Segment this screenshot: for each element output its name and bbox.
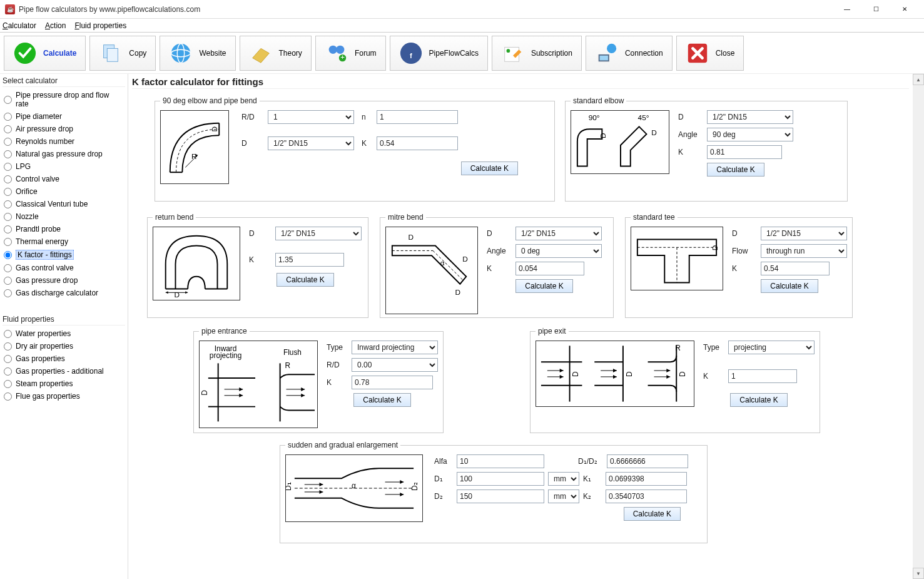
select-d-tee[interactable]: 1/2" DN15 <box>761 227 847 240</box>
svg-text:D: D <box>678 371 687 377</box>
calc-k-enlarge[interactable]: Calculate K <box>624 507 681 521</box>
input-k-entrance[interactable] <box>352 376 433 389</box>
sidebar-calc-item[interactable]: LPG <box>3 161 125 172</box>
input-d2[interactable] <box>457 489 544 503</box>
sidebar-calc-item[interactable]: Thermal energy <box>3 236 125 247</box>
select-d1-unit[interactable]: mm <box>548 472 579 486</box>
calc-k-entrance[interactable]: Calculate K <box>353 393 410 407</box>
calc-k-exit[interactable]: Calculate K <box>730 393 787 407</box>
menu-fluid-properties[interactable]: Fluid properties <box>74 21 126 30</box>
website-button[interactable]: Website <box>160 36 235 71</box>
theory-button[interactable]: Theory <box>240 36 312 71</box>
radio-input[interactable] <box>4 289 12 297</box>
sidebar-fluid-item[interactable]: Flue gas properties <box>3 391 125 402</box>
radio-input[interactable] <box>4 113 12 121</box>
sidebar-calc-item[interactable]: Pipe pressure drop and flow rate <box>3 90 125 110</box>
radio-input[interactable] <box>4 200 12 208</box>
menu-calculator[interactable]: Calculator <box>3 21 36 30</box>
sidebar-calc-item[interactable]: Air pressure drop <box>3 123 125 135</box>
input-k2[interactable] <box>606 489 687 503</box>
vertical-scrollbar[interactable]: ▲ ▼ <box>913 74 924 579</box>
radio-input[interactable] <box>4 238 12 246</box>
sidebar-calc-item[interactable]: Natural gas pressure drop <box>3 148 125 160</box>
input-k-exit[interactable] <box>728 369 797 383</box>
radio-input[interactable] <box>4 138 12 146</box>
radio-input[interactable] <box>4 264 12 272</box>
calc-k-mitre[interactable]: Calculate K <box>515 279 572 293</box>
input-d1d2[interactable] <box>607 454 688 468</box>
input-d1[interactable] <box>457 472 544 486</box>
select-flow-tee[interactable]: through run <box>761 244 847 258</box>
close-app-button[interactable]: Close <box>676 36 744 71</box>
calc-k-tee[interactable]: Calculate K <box>761 279 818 293</box>
input-k-elbow[interactable] <box>377 136 458 150</box>
scroll-track[interactable] <box>913 85 924 568</box>
select-d2-unit[interactable]: mm <box>548 489 579 503</box>
sidebar-calc-item[interactable]: Gas pressure drop <box>3 275 125 286</box>
radio-input[interactable] <box>4 342 12 351</box>
select-rd[interactable]: 1 <box>268 110 354 124</box>
radio-input[interactable] <box>4 150 12 158</box>
scroll-down-button[interactable]: ▼ <box>913 568 924 579</box>
sidebar-fluid-item[interactable]: Steam properties <box>3 378 125 389</box>
select-type-entrance[interactable]: Inward projecting <box>352 341 438 354</box>
radio-input[interactable] <box>4 163 12 171</box>
radio-input[interactable] <box>4 251 12 259</box>
radio-input[interactable] <box>4 96 12 104</box>
copy-button[interactable]: Copy <box>89 36 156 71</box>
scroll-up-button[interactable]: ▲ <box>913 74 924 85</box>
input-k-return[interactable] <box>275 253 344 267</box>
radio-input[interactable] <box>4 380 12 388</box>
pipeflowcalcs-button[interactable]: f PipeFlowCalcs <box>390 36 488 71</box>
radio-input[interactable] <box>4 277 12 285</box>
radio-input[interactable] <box>4 355 12 363</box>
calc-k-elbow[interactable]: Calculate K <box>461 161 518 175</box>
sidebar-calc-item[interactable]: Orifice <box>3 186 125 197</box>
menu-action[interactable]: Action <box>45 21 66 30</box>
minimize-button[interactable]: — <box>833 0 861 19</box>
sidebar-calc-item[interactable]: K factor - fittings <box>3 249 125 261</box>
input-k1[interactable] <box>606 472 687 486</box>
select-rd-entrance[interactable]: 0.00 <box>352 358 438 372</box>
maximize-button[interactable]: ☐ <box>861 0 890 19</box>
radio-input[interactable] <box>4 125 12 133</box>
select-d-return[interactable]: 1/2" DN15 <box>275 227 362 240</box>
sidebar-calc-item[interactable]: Pipe diameter <box>3 111 125 122</box>
sidebar-fluid-item[interactable]: Gas properties - additional <box>3 366 125 377</box>
sidebar-fluid-item[interactable]: Water properties <box>3 328 125 339</box>
radio-input[interactable] <box>4 225 12 233</box>
radio-input[interactable] <box>4 188 12 196</box>
input-k-mitre[interactable] <box>515 262 584 275</box>
calc-k-return[interactable]: Calculate K <box>277 273 333 287</box>
subscription-button[interactable]: Subscription <box>492 36 582 71</box>
calculate-button[interactable]: Calculate <box>4 36 86 71</box>
calc-k-stdelbow[interactable]: Calculate K <box>707 163 764 177</box>
sidebar-calc-item[interactable]: Prandtl probe <box>3 223 125 235</box>
radio-input[interactable] <box>4 330 12 338</box>
connection-button[interactable]: Connection <box>586 36 673 71</box>
select-angle-mitre[interactable]: 0 deg <box>515 244 602 258</box>
select-d-mitre[interactable]: 1/2" DN15 <box>515 227 602 240</box>
radio-input[interactable] <box>4 367 12 376</box>
forum-button[interactable]: + Forum <box>315 36 386 71</box>
sidebar-calc-item[interactable]: Classical Venturi tube <box>3 198 125 210</box>
input-k-stdelbow[interactable] <box>707 145 782 159</box>
sidebar-fluid-item[interactable]: Gas properties <box>3 353 125 364</box>
sidebar-calc-item[interactable]: Nozzle <box>3 211 125 222</box>
input-n[interactable] <box>377 110 458 124</box>
input-alfa[interactable] <box>457 454 544 468</box>
sidebar-fluid-item[interactable]: Dry air properties <box>3 341 125 352</box>
radio-input[interactable] <box>4 213 12 221</box>
sidebar-calc-item[interactable]: Control valve <box>3 173 125 185</box>
close-button[interactable]: ✕ <box>890 0 919 19</box>
sidebar-calc-item[interactable]: Gas control valve <box>3 262 125 274</box>
radio-input[interactable] <box>4 392 12 401</box>
sidebar-calc-item[interactable]: Gas discharge calculator <box>3 287 125 299</box>
select-type-exit[interactable]: projecting <box>728 341 815 354</box>
input-k-tee[interactable] <box>761 262 830 275</box>
select-angle-stdelbow[interactable]: 90 deg <box>707 128 793 141</box>
radio-input[interactable] <box>4 175 12 183</box>
sidebar-calc-item[interactable]: Reynolds number <box>3 136 125 147</box>
select-d-elbow[interactable]: 1/2" DN15 <box>268 136 354 150</box>
select-d-stdelbow[interactable]: 1/2" DN15 <box>707 110 793 124</box>
